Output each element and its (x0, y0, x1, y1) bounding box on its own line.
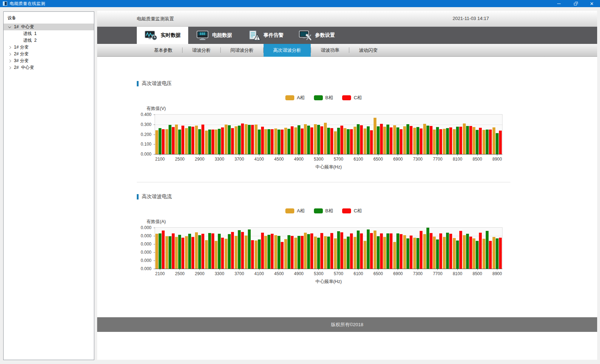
minimize-button[interactable] (551, 0, 567, 7)
bar-B相-6900 (396, 127, 399, 154)
chevron-right-icon[interactable] (8, 52, 11, 55)
bar-B相-7300 (416, 127, 419, 154)
bar-C相-3100 (211, 233, 214, 269)
x-tick-mark (338, 154, 339, 156)
bar-group-5700 (334, 115, 344, 154)
x-tick-mark (160, 269, 160, 270)
subtab-3-高次谐波分析[interactable]: 高次谐波分析 (264, 44, 311, 57)
subtab-4-谐波功率[interactable]: 谐波功率 (311, 44, 349, 57)
x-tick-mark (219, 154, 220, 156)
bar-B相-8100 (456, 127, 459, 154)
bar-A相-7100 (403, 126, 406, 154)
tab-0-实时数据[interactable]: 实时数据 (137, 27, 188, 44)
tree-item-5[interactable]: 3# 分变 (4, 57, 94, 64)
tree-item-6[interactable]: 2# 中心变 (4, 64, 94, 71)
legend-item-B相[interactable]: B相 (314, 95, 333, 101)
tree-item-2[interactable]: 进线 2 (4, 37, 94, 44)
bar-A相-6100 (354, 127, 356, 154)
bar-A相-5500 (324, 123, 327, 154)
bar-group-3500 (224, 228, 234, 269)
x-tick-label: 2900 (195, 157, 205, 162)
legend-swatch (285, 208, 294, 213)
device-tree: 1# 中心变进线 1进线 21# 分变2# 分变3# 分变2# 中心变 (4, 24, 94, 71)
bar-group-8700 (482, 228, 492, 269)
y-tick-label: 0.000 (141, 233, 151, 238)
bar-A相-3900 (245, 124, 248, 154)
bar-B相-2500 (178, 130, 181, 154)
chevron-right-icon[interactable] (8, 46, 11, 49)
tab-1-电能数据[interactable]: 888 电能数据 (188, 27, 240, 44)
legend-item-A相[interactable]: A相 (285, 95, 305, 101)
x-tick-label: 6900 (393, 271, 403, 276)
bar-C相-7900 (449, 234, 452, 269)
tab-3-参数设置[interactable]: 参数设置 (291, 27, 342, 44)
legend-label: B相 (325, 208, 333, 214)
bar-A相-5900 (344, 128, 346, 154)
tree-item-4[interactable]: 2# 分变 (4, 51, 94, 57)
bar-group-2500 (175, 228, 185, 269)
bar-A相-2300 (165, 129, 168, 154)
bar-A相-5100 (304, 233, 307, 269)
bar-A相-7700 (433, 237, 436, 269)
tree-item-0[interactable]: 1# 中心变 (4, 24, 94, 30)
window-titlebar: 电能质量在线监测 ✕ (0, 0, 600, 7)
subtab-5-波动闪变[interactable]: 波动闪变 (349, 44, 387, 57)
subtab-2-间谐波分析[interactable]: 间谐波分析 (221, 44, 263, 57)
bar-B相-4300 (268, 235, 270, 269)
chevron-right-icon[interactable] (8, 66, 11, 69)
legend-item-C相[interactable]: C相 (342, 208, 361, 214)
x-tick-mark (160, 154, 160, 156)
bar-A相-4300 (264, 129, 267, 154)
bar-C相-2900 (201, 125, 204, 154)
bar-A相-2500 (175, 237, 178, 269)
bar-group-2100 (155, 115, 165, 154)
section-harmonic-current: 高次谐波电流 A相B相C相 有效值(A) 0.0000.0000.0000.00… (137, 193, 510, 285)
chevron-down-icon[interactable] (8, 25, 11, 28)
chart-legend: A相B相C相 (137, 95, 510, 101)
bar-B相-4500 (278, 236, 280, 269)
bar-B相-6100 (357, 231, 360, 269)
bar-C相-6100 (360, 125, 363, 154)
subtab-1-谐波分析[interactable]: 谐波分析 (182, 44, 220, 57)
bar-group-6100 (353, 115, 363, 154)
bar-C相-8700 (489, 130, 492, 154)
legend-item-B相[interactable]: B相 (314, 208, 333, 214)
tree-item-label: 进线 2 (23, 37, 36, 44)
restore-button[interactable] (567, 0, 584, 7)
bar-C相-8300 (469, 126, 472, 154)
bar-B相-7700 (436, 127, 439, 154)
bar-B相-4700 (288, 235, 290, 269)
tree-item-label: 1# 分变 (14, 44, 29, 50)
bar-group-2900 (195, 228, 205, 269)
bar-A相-4900 (294, 127, 297, 154)
bar-A相-6300 (364, 241, 366, 269)
bar-A相-2100 (155, 234, 158, 269)
tab-2-事件告警[interactable]: 事件告警 (240, 27, 291, 44)
legend-item-A相[interactable]: A相 (285, 208, 305, 214)
chevron-right-icon[interactable] (8, 59, 11, 62)
bar-A相-2700 (185, 128, 188, 154)
close-button[interactable]: ✕ (584, 0, 600, 7)
subtab-0-基本参数[interactable]: 基本参数 (144, 44, 182, 57)
legend-item-C相[interactable]: C相 (342, 95, 361, 101)
bar-series (155, 228, 502, 269)
bar-group-2700 (185, 228, 195, 269)
bar-group-8500 (472, 228, 482, 269)
x-tick-label: 8100 (453, 157, 462, 162)
bar-B相-4900 (298, 236, 300, 269)
bar-B相-2500 (178, 235, 181, 269)
bar-group-3300 (215, 115, 225, 154)
tree-item-1[interactable]: 进线 1 (4, 30, 94, 37)
bar-C相-2100 (162, 231, 165, 269)
x-tick-mark (199, 154, 200, 156)
bar-C相-3900 (251, 240, 254, 269)
bar-group-3100 (205, 228, 215, 269)
bar-C相-5300 (320, 126, 323, 154)
bar-A相-7300 (413, 128, 416, 154)
bar-A相-6500 (374, 231, 376, 269)
bar-group-6700 (383, 228, 393, 269)
x-tick-label: 4100 (254, 157, 264, 162)
tree-item-3[interactable]: 1# 分变 (4, 44, 94, 51)
bar-B相-5500 (327, 128, 330, 154)
x-tick-mark (438, 269, 438, 270)
